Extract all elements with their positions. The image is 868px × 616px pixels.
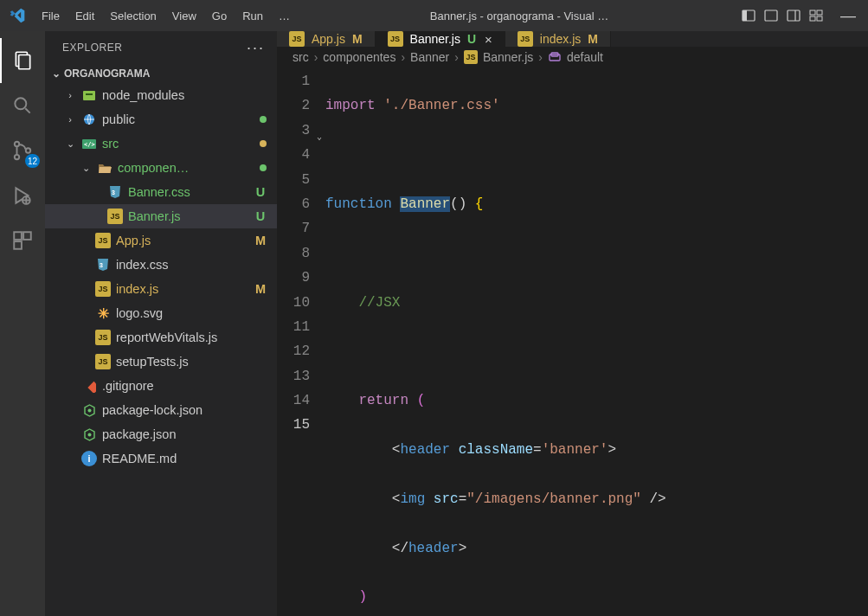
tab-banner-js[interactable]: JS Banner.js U × — [376, 31, 505, 47]
toggle-panel-left-icon[interactable] — [742, 9, 755, 22]
tab-index-js[interactable]: JS index.js M — [505, 31, 611, 47]
tree-reportwebvitals[interactable]: JS reportWebVitals.js — [45, 325, 277, 350]
status-dot — [260, 164, 267, 171]
code-token: return — [358, 393, 416, 408]
menu-more[interactable]: … — [272, 6, 297, 26]
code-token — [641, 491, 650, 507]
svg-rect-2 — [765, 10, 777, 21]
tree-label: index.js — [116, 282, 249, 296]
folder-header[interactable]: ⌄ ORGANOGRAMA — [45, 64, 277, 83]
svg-rect-6 — [817, 10, 822, 15]
tree-label: package-lock.json — [102, 403, 267, 417]
code-token: = — [459, 491, 467, 507]
code-token: > — [608, 442, 616, 458]
toggle-panel-bottom-icon[interactable] — [764, 9, 778, 22]
line-number: 8 — [277, 241, 310, 266]
activity-run-debug-icon[interactable] — [0, 173, 45, 218]
code-content[interactable]: import './Banner.css' function Banner() … — [325, 69, 868, 616]
tree-readme[interactable]: i README.md — [45, 446, 277, 471]
tree-pkg-lock[interactable]: package-lock.json — [45, 398, 277, 422]
svg-rect-22 — [83, 91, 95, 100]
line-number: 7 — [277, 216, 310, 241]
tree-pkg[interactable]: package.json — [45, 422, 277, 446]
code-token: ( — [417, 393, 426, 408]
svg-point-11 — [15, 98, 26, 109]
svg-point-14 — [15, 155, 19, 159]
breadcrumb-item[interactable]: Banner — [410, 50, 449, 64]
breadcrumb-item[interactable]: src — [293, 50, 309, 64]
tree-label: package.json — [102, 427, 267, 441]
tree-logo-svg[interactable]: ✳ logo.svg — [45, 301, 277, 325]
menu-edit[interactable]: Edit — [68, 6, 101, 26]
line-number: 3⌄ — [277, 119, 310, 143]
breadcrumb-item[interactable]: componentes — [323, 50, 395, 64]
svg-rect-5 — [810, 10, 815, 15]
line-number: 9 — [277, 266, 310, 290]
code-token: header — [400, 442, 450, 458]
code-token: ) — [358, 589, 367, 605]
window-minimize-icon[interactable]: — — [835, 7, 861, 25]
menu-selection[interactable]: Selection — [103, 6, 163, 26]
tree-label: src — [102, 137, 254, 151]
activity-explorer-icon[interactable] — [0, 38, 45, 83]
chevron-right-icon: › — [454, 50, 459, 64]
folder-src-icon: </> — [81, 136, 97, 151]
sidebar-title: EXPLORER ··· — [45, 31, 277, 64]
menu-go[interactable]: Go — [205, 6, 234, 26]
code-token: { — [475, 196, 484, 212]
svg-text:</>: </> — [84, 141, 95, 148]
js-file-icon: JS — [95, 281, 111, 297]
menu-view[interactable]: View — [165, 6, 203, 26]
chevron-down-icon: ⌄ — [80, 163, 92, 174]
svg-rect-20 — [14, 241, 22, 249]
svg-point-31 — [87, 433, 91, 436]
menu-file[interactable]: File — [35, 6, 67, 26]
line-number: 14 — [277, 388, 310, 413]
svg-file-icon: ✳ — [95, 305, 111, 321]
status-dot — [260, 116, 267, 123]
tree-index-js[interactable]: JS index.js M — [45, 277, 277, 301]
code-token: //JSX — [358, 295, 400, 311]
toggle-panel-right-icon[interactable] — [787, 9, 800, 22]
breadcrumb[interactable]: src › componentes › Banner › JS Banner.j… — [277, 47, 868, 67]
tree-public[interactable]: › public — [45, 107, 277, 132]
menu-run[interactable]: Run — [235, 6, 270, 26]
svg-rect-23 — [86, 93, 93, 95]
tree-gitignore[interactable]: .gitignore — [45, 374, 277, 398]
sidebar-explorer: EXPLORER ··· ⌄ ORGANOGRAMA › node_module… — [45, 31, 277, 616]
tree-setuptests[interactable]: JS setupTests.js — [45, 350, 277, 374]
line-number: 6 — [277, 192, 310, 216]
tree-label: Banner.css — [128, 185, 249, 199]
breadcrumb-item[interactable]: default — [567, 50, 603, 64]
tree-src[interactable]: ⌄ </> src — [45, 132, 277, 156]
fold-icon[interactable]: ⌄ — [317, 125, 322, 150]
tree-app-js[interactable]: JS App.js M — [45, 228, 277, 253]
js-file-icon: JS — [95, 330, 111, 345]
code-token: './Banner.css' — [383, 98, 499, 113]
tree-label: componen… — [118, 161, 254, 175]
code-token: < — [392, 442, 401, 458]
tree-banner-css[interactable]: 3 Banner.css U — [45, 180, 277, 204]
vscode-logo-icon — [7, 5, 28, 26]
chevron-down-icon: ⌄ — [52, 67, 61, 80]
sidebar-more-icon[interactable]: ··· — [247, 39, 265, 57]
activity-scm-icon[interactable]: 12 — [0, 128, 45, 173]
tab-app-js[interactable]: JS App.js M — [277, 31, 376, 47]
css-file-icon: 3 — [95, 257, 111, 273]
css-file-icon: 3 — [107, 184, 123, 200]
layout-grid-icon[interactable] — [809, 9, 823, 22]
tree-label: Banner.js — [128, 209, 249, 223]
code-token: </ — [392, 541, 408, 556]
tree-componentes[interactable]: ⌄ componen… — [45, 156, 277, 180]
activity-extensions-icon[interactable] — [0, 218, 45, 263]
code-editor[interactable]: 1 2 3⌄ 4 5 6 7 8 9 10 11 12 13 14 15 imp… — [277, 67, 868, 616]
breadcrumb-item[interactable]: Banner.js — [483, 50, 533, 64]
tree-banner-js[interactable]: JS Banner.js U — [45, 204, 277, 228]
close-icon[interactable]: × — [485, 32, 492, 47]
tree-node-modules[interactable]: › node_modules — [45, 83, 277, 107]
tree-index-css[interactable]: 3 index.css — [45, 253, 277, 277]
code-token: src — [425, 491, 458, 507]
tab-git-status: U — [467, 32, 476, 46]
activity-search-icon[interactable] — [0, 83, 45, 128]
file-tree: › node_modules › public ⌄ </> src ⌄ comp… — [45, 83, 277, 471]
